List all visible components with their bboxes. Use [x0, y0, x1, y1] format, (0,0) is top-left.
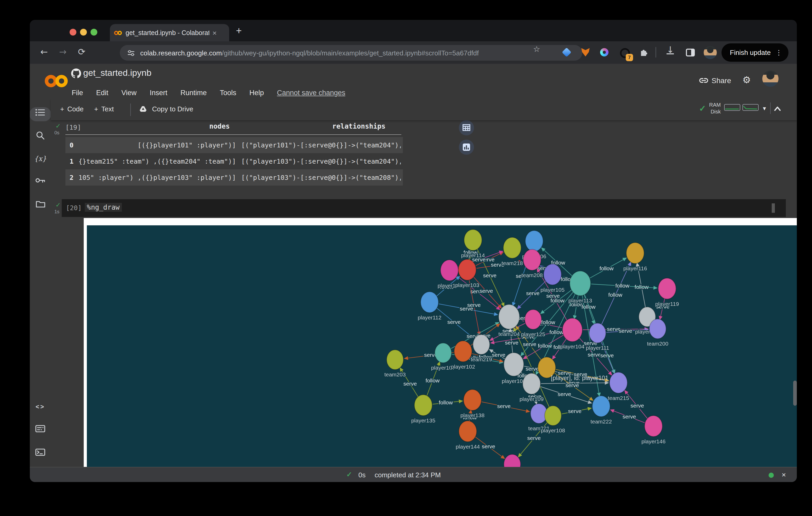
- edge-label: follow: [608, 292, 622, 298]
- openai-extension-icon[interactable]: [600, 48, 608, 57]
- graph-node-player104: [562, 318, 582, 342]
- browser-window: get_started.ipynb - Colaborat × + ← → ⟳ …: [30, 20, 797, 482]
- metamask-extension-icon[interactable]: [581, 48, 590, 57]
- graph-node-team200: [649, 319, 666, 339]
- colab-logo[interactable]: [45, 73, 68, 89]
- table-view-button[interactable]: [459, 120, 474, 135]
- code-snippets-icon[interactable]: <>: [34, 403, 47, 416]
- finish-update-button[interactable]: Finish update ⋮: [722, 43, 788, 62]
- reload-icon[interactable]: ⟳: [78, 47, 86, 57]
- menu-help[interactable]: Help: [249, 89, 264, 97]
- node-label: player102: [451, 364, 475, 370]
- cell20-code[interactable]: %ng_draw: [85, 203, 122, 212]
- github-icon[interactable]: [71, 68, 81, 79]
- share-link-icon[interactable]: [698, 75, 709, 86]
- node-label: player146: [641, 438, 666, 444]
- close-window-button[interactable]: [69, 29, 77, 35]
- colab-profile-avatar[interactable]: [762, 70, 779, 87]
- terminal-icon[interactable]: [34, 448, 47, 461]
- cell19-exec-count[interactable]: [19]: [65, 123, 81, 131]
- copy-to-drive-button[interactable]: Copy to Drive: [140, 105, 193, 113]
- table-row[interactable]: 1 [("team204" :team{}), ("team215" :team…: [65, 153, 403, 170]
- menu-edit[interactable]: Edit: [96, 89, 109, 97]
- browser-menu-kebab-icon[interactable]: ⋮: [775, 49, 782, 57]
- node-label: player111: [586, 345, 609, 351]
- left-sidebar: {x} <>: [30, 99, 51, 467]
- bookmark-star-icon[interactable]: ☆: [533, 44, 540, 54]
- add-code-button[interactable]: +Code: [60, 105, 83, 113]
- tab-close-icon[interactable]: ×: [212, 29, 216, 37]
- table-of-contents-icon[interactable]: [34, 108, 47, 121]
- node-label: team215: [608, 395, 629, 401]
- browser-tab[interactable]: get_started.ipynb - Colaborat ×: [110, 24, 229, 41]
- edge-label: serve: [505, 339, 518, 345]
- node-label: team200: [647, 341, 668, 346]
- browser-profile-avatar[interactable]: [704, 46, 717, 59]
- scrollbar-thumb[interactable]: [793, 381, 797, 406]
- edge-label: serve: [497, 403, 511, 409]
- menu-file[interactable]: File: [72, 89, 83, 97]
- graph-node-team218: [503, 237, 521, 258]
- menu-insert[interactable]: Insert: [150, 89, 167, 97]
- resources-dropdown-icon[interactable]: ▼: [762, 105, 767, 111]
- cell-scrollbar[interactable]: [772, 203, 775, 213]
- maximize-window-button[interactable]: [90, 29, 97, 35]
- resources-widget[interactable]: ✓ RAM Disk ▼: [699, 101, 781, 115]
- cell20-exec-count[interactable]: [20]: [66, 204, 82, 212]
- connected-check-icon: ✓: [699, 103, 706, 113]
- extensions-puzzle-icon[interactable]: [639, 48, 648, 57]
- collapse-header-icon[interactable]: [774, 105, 781, 111]
- url-text[interactable]: colab.research.google.com/github/wey-gu/…: [140, 49, 479, 57]
- ram-sparkline: [724, 104, 740, 111]
- menu-tools[interactable]: Tools: [220, 89, 236, 97]
- table-row[interactable]: 0 [("player101" :player{})] [("player101…: [65, 137, 403, 153]
- status-close-icon[interactable]: ×: [782, 471, 786, 479]
- menu-bar: File Edit View Insert Runtime Tools Help…: [72, 89, 345, 97]
- graph-node-team219: [473, 335, 490, 355]
- variables-icon[interactable]: {x}: [34, 155, 47, 167]
- graph-node-player105: [544, 264, 561, 285]
- menu-view[interactable]: View: [121, 89, 137, 97]
- save-status-link[interactable]: Cannot save changes: [277, 89, 345, 97]
- node-label: player119: [655, 301, 679, 307]
- edge-label: serve: [447, 319, 461, 325]
- edge-label: serve: [622, 414, 636, 420]
- col-header-nodes[interactable]: nodes: [209, 122, 230, 130]
- secrets-key-icon[interactable]: [34, 177, 47, 189]
- share-button[interactable]: Share: [712, 76, 731, 85]
- edge-label: follow: [541, 319, 556, 325]
- status-message: completed at 2:34 PM: [375, 471, 441, 479]
- status-check-icon: ✓: [346, 471, 352, 478]
- forward-icon[interactable]: →: [59, 47, 67, 57]
- back-icon[interactable]: ←: [40, 47, 48, 57]
- graph-canvas[interactable]: followserveserveserveserveserveserveserv…: [87, 225, 797, 467]
- edge-label: follow: [439, 399, 453, 405]
- edge-label: serve: [480, 288, 493, 294]
- address-bar[interactable]: colab.research.google.com/github/wey-gu/…: [120, 45, 582, 61]
- graph-node-team215: [610, 372, 627, 393]
- site-info-icon[interactable]: [127, 49, 135, 57]
- search-icon[interactable]: [34, 131, 47, 143]
- status-indicator-dot: [768, 473, 774, 478]
- download-icon[interactable]: ↓: [667, 47, 674, 54]
- chart-view-button[interactable]: [459, 140, 474, 155]
- files-folder-icon[interactable]: [34, 200, 47, 212]
- table-row[interactable]: 2 [("player103" :player{}), ("player105"…: [65, 170, 403, 186]
- notebook-content: ✓ 0s [19] nodes relationships 0 [("playe…: [51, 120, 797, 467]
- code-cell[interactable]: [20] %ng_draw: [62, 199, 786, 217]
- side-panel-icon[interactable]: [686, 49, 695, 57]
- tab-strip: get_started.ipynb - Colaborat × +: [30, 20, 797, 41]
- node-label: team204: [498, 331, 520, 337]
- graph-node-player146: [645, 416, 662, 436]
- edge-label: follow: [550, 298, 565, 303]
- command-palette-icon[interactable]: [34, 425, 47, 437]
- col-header-relationships[interactable]: relationships: [332, 122, 385, 130]
- new-tab-button[interactable]: +: [236, 25, 242, 37]
- edge-label: serve: [526, 290, 540, 296]
- settings-gear-icon[interactable]: ⚙: [743, 74, 751, 85]
- minimize-window-button[interactable]: [80, 29, 87, 35]
- menu-runtime[interactable]: Runtime: [180, 89, 207, 97]
- notebook-title[interactable]: get_started.ipynb: [83, 68, 151, 79]
- add-text-button[interactable]: +Text: [94, 105, 114, 113]
- graph-node-player109: [523, 373, 541, 394]
